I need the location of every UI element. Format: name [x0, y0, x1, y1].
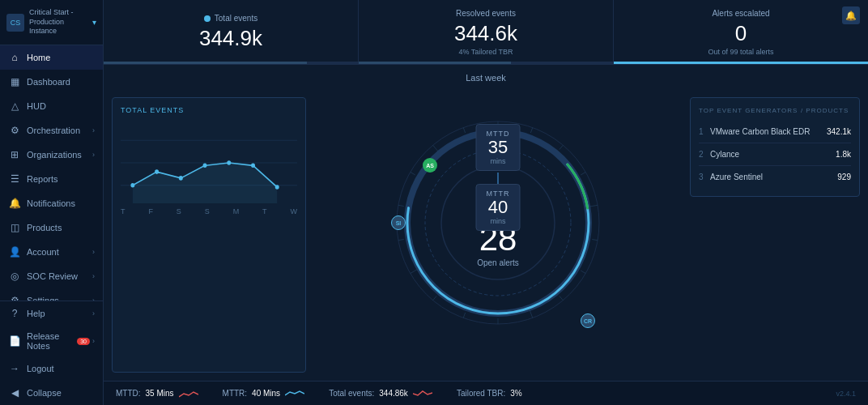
svg-line-19 [560, 145, 563, 149]
top-events-box: TOP EVENT GENERATORS / PRODUCTS 1 VMware… [690, 97, 860, 197]
hud-icon: △ [8, 100, 21, 113]
chevron-right-icon: › [92, 248, 95, 256]
home-icon: ⌂ [8, 51, 21, 64]
svg-line-32 [411, 173, 415, 176]
sidebar-item-orchestration[interactable]: ⚙ Orchestration › [0, 118, 103, 143]
center-panel: MTTD 35 mins MTTR 40 mins 28 Open alerts [314, 65, 682, 381]
resolved-events-label: Resolved events [456, 9, 516, 18]
svg-line-25 [530, 310, 532, 318]
sidebar-item-organizations[interactable]: ⊞ Organizations › [0, 143, 103, 167]
notifications-icon: 🔔 [8, 197, 21, 210]
dashboard-icon: ▦ [8, 75, 21, 88]
mttd-sparkline [179, 389, 198, 399]
sidebar-item-hud[interactable]: △ HUD [0, 94, 103, 118]
svg-line-22 [592, 239, 598, 240]
stat-alerts-escalated: 🔔 Alerts escalated 0 Out of 99 total ale… [614, 0, 868, 64]
sidebar-item-help[interactable]: ? Help › [0, 301, 103, 326]
sidebar-item-dashboard[interactable]: ▦ Dashboard [0, 70, 103, 94]
sidebar-item-release-notes[interactable]: 📄 Release Notes 30 › [0, 326, 103, 356]
stat-resolved-events: Resolved events 344.6k 4% Tailored TBR [359, 0, 614, 64]
event-num-3: 3 [699, 173, 710, 181]
node-as: AS [423, 158, 437, 173]
sidebar-item-notifications[interactable]: 🔔 Notifications [0, 191, 103, 215]
total-events-sparkline [413, 389, 432, 399]
bottom-bar: MTTD: 35 Mins MTTR: 40 Mins Total events… [104, 381, 868, 405]
sidebar-bottom: ? Help › 📄 Release Notes 30 › → Logout ◀… [0, 301, 103, 405]
alerts-progress-fill [614, 62, 868, 64]
resolved-events-value: 344.6k [454, 21, 517, 46]
svg-line-20 [581, 173, 585, 176]
left-panel: TOTAL EVENTS [104, 65, 314, 381]
sidebar-header[interactable]: CS Critical Start - Production Instance … [0, 0, 103, 45]
settings-icon: ⚙ [8, 294, 21, 301]
event-row-2: 2 Cylance 1.8k [699, 143, 851, 166]
alerts-sub: Out of 99 total alerts [708, 48, 773, 56]
sidebar-item-reports[interactable]: ☰ Reports [0, 167, 103, 191]
chart-title: TOTAL EVENTS [121, 106, 297, 114]
chart-area [121, 122, 297, 203]
event-name-3: Azure Sentinel [710, 173, 837, 181]
resolved-events-progress-fill [359, 62, 511, 64]
sidebar-item-settings[interactable]: ⚙ Settings › [0, 288, 103, 301]
chevron-right-icon: › [92, 151, 95, 159]
event-num-1: 1 [699, 127, 710, 136]
resolved-events-sub: 4% Tailored TBR [458, 48, 513, 56]
content-area: Last week TOTAL EVENTS [104, 65, 868, 381]
event-row-3: 3 Azure Sentinel 929 [699, 166, 851, 188]
total-events-dot [204, 15, 211, 22]
total-events-chart-box: TOTAL EVENTS [112, 97, 306, 373]
stat-total-events-header: Total events [204, 14, 257, 24]
bottom-mttr-value: 40 Mins [252, 389, 280, 398]
logout-icon: → [8, 362, 21, 375]
stats-bar: Total events 344.9k Resolved events 344.… [104, 0, 868, 65]
bottom-total-events-label: Total events: [329, 389, 374, 398]
mttr-unit: mins [487, 217, 510, 225]
mttr-value: 40 [487, 198, 510, 217]
chart-days: T F S S M T W [121, 207, 297, 215]
chevron-right-icon: › [92, 309, 95, 318]
chevron-right-icon: › [92, 126, 95, 134]
mttd-box: MTTD 35 mins [476, 124, 521, 171]
top-events-title: TOP EVENT GENERATORS / PRODUCTS [699, 106, 851, 114]
mttd-value: 35 [487, 138, 510, 157]
bottom-tailored-tbr-value: 3% [510, 389, 521, 398]
sidebar: CS Critical Start - Production Instance … [0, 0, 104, 405]
organizations-icon: ⊞ [8, 148, 21, 161]
sidebar-item-logout[interactable]: → Logout [0, 356, 103, 381]
stat-resolved-events-header: Resolved events [456, 9, 516, 19]
stat-total-events: Total events 344.9k [104, 0, 359, 64]
total-events-progress-fill [104, 62, 307, 64]
account-icon: 👤 [8, 245, 21, 258]
bottom-mttd-value: 35 Mins [146, 389, 174, 398]
svg-line-30 [398, 239, 404, 240]
sidebar-item-account[interactable]: 👤 Account › [0, 240, 103, 264]
collapse-icon: ◀ [8, 386, 21, 399]
event-row-1: 1 VMware Carbon Black EDR 342.1k [699, 121, 851, 143]
svg-line-33 [433, 145, 438, 151]
event-name-1: VMware Carbon Black EDR [710, 127, 827, 136]
alerts-value: 0 [735, 21, 747, 46]
total-events-value: 344.9k [199, 26, 262, 51]
open-alerts-label: Open alerts [477, 258, 519, 267]
app-logo: CS [6, 14, 24, 32]
bottom-total-events: Total events: 344.86k [329, 389, 432, 399]
sidebar-item-products[interactable]: ◫ Products [0, 215, 103, 240]
alerts-label: Alerts escalated [712, 9, 769, 18]
alerts-progress [614, 62, 868, 64]
node-cr: CR [581, 313, 595, 328]
sidebar-item-soc-review[interactable]: ◎ SOC Review › [0, 264, 103, 288]
svg-line-24 [560, 296, 563, 300]
soc-review-icon: ◎ [8, 270, 21, 283]
sidebar-item-home[interactable]: ⌂ Home [0, 45, 103, 70]
total-events-label: Total events [215, 14, 257, 23]
bottom-tailored-tbr: Tailored TBR: 3% [457, 389, 522, 398]
event-count-2: 1.8k [836, 150, 851, 159]
event-num-2: 2 [699, 150, 710, 159]
version-label: v2.4.1 [836, 390, 856, 398]
sidebar-item-collapse[interactable]: ◀ Collapse [0, 381, 103, 405]
products-icon: ◫ [8, 221, 21, 234]
chevron-right-icon: › [92, 337, 95, 345]
event-count-1: 342.1k [827, 127, 851, 136]
svg-marker-10 [133, 163, 277, 203]
node-si: SI [391, 215, 406, 230]
